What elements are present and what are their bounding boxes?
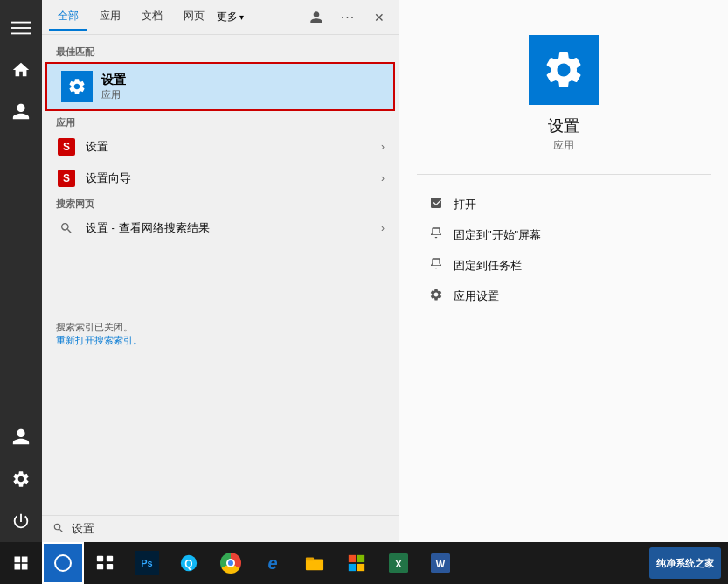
app-item-settings-label: 设置 [86, 139, 381, 155]
action-open[interactable]: 打开 [417, 189, 711, 219]
apps-section-label: 应用 [42, 113, 399, 131]
svg-rect-4 [107, 556, 113, 561]
search-notice-text: 搜索索引已关闭。 [56, 322, 133, 332]
best-match-subtitle: 应用 [101, 88, 126, 101]
svg-rect-14 [357, 564, 364, 571]
svg-rect-6 [107, 564, 113, 569]
svg-rect-5 [97, 564, 103, 569]
sidebar-user-icon[interactable] [0, 416, 42, 458]
web-section-label: 搜索网页 [42, 194, 399, 212]
app-item-settings-wizard[interactable]: S 设置向导 › [42, 163, 399, 194]
tab-docs[interactable]: 文档 [133, 3, 171, 31]
open-icon [427, 196, 445, 212]
store-button[interactable] [336, 542, 378, 584]
svg-rect-0 [11, 22, 31, 24]
app-settings-icon [427, 288, 445, 304]
sidebar-settings-icon[interactable] [0, 458, 42, 500]
cortana-circle [54, 554, 72, 572]
pin-start-icon [427, 226, 445, 243]
watermark-logo: 纯净系统之家 [649, 547, 721, 579]
svg-rect-1 [11, 27, 31, 29]
sidebar [0, 0, 42, 542]
action-pin-start-label: 固定到"开始"屏幕 [454, 227, 541, 243]
app-item-wizard-label: 设置向导 [86, 170, 381, 186]
right-panel-divider [417, 174, 711, 175]
search-web-icon [56, 218, 77, 239]
photoshop-button[interactable]: Ps [126, 542, 168, 584]
arrow-icon-2: › [381, 172, 385, 184]
right-panel-title: 设置 [548, 115, 579, 136]
person-tab-icon[interactable] [304, 5, 329, 30]
start-button[interactable] [0, 542, 42, 584]
task-view-button[interactable] [84, 542, 126, 584]
tab-apps[interactable]: 应用 [91, 3, 129, 31]
action-pin-taskbar-label: 固定到任务栏 [454, 258, 522, 274]
pin-taskbar-icon [427, 257, 445, 274]
svg-rect-13 [349, 564, 356, 571]
web-arrow-icon: › [381, 222, 385, 234]
svg-rect-2 [11, 33, 31, 35]
edge-button[interactable]: e [252, 542, 294, 584]
web-item-text: 设置 - 查看网络搜索结果 [86, 220, 381, 236]
right-panel-subtitle: 应用 [553, 138, 574, 153]
settings-icon-large [61, 71, 93, 102]
search-tabs: 全部 应用 文档 网页 更多 ▾ ··· ✕ [42, 0, 399, 35]
search-input-bar: 设置 [42, 515, 399, 542]
svg-text:W: W [436, 559, 446, 569]
tab-web[interactable]: 网页 [175, 3, 213, 31]
taskbar: Ps Q e X W 纯净系统之家 [0, 542, 728, 584]
right-panel: 设置 应用 打开 固定到"开始"屏幕 固定到任务栏 应用设置 [399, 0, 728, 542]
tab-more[interactable]: 更多 ▾ [217, 10, 244, 24]
action-pin-taskbar[interactable]: 固定到任务栏 [417, 250, 711, 281]
best-match-text: 设置 应用 [101, 73, 126, 101]
hamburger-icon[interactable] [0, 7, 42, 49]
home-icon[interactable] [0, 49, 42, 91]
search-notice: 搜索索引已关闭。 重新打开搜索索引。 [42, 314, 399, 351]
start-menu: 全部 应用 文档 网页 更多 ▾ ··· ✕ 最佳匹配 [0, 0, 728, 542]
explorer-button[interactable] [294, 542, 336, 584]
best-match-title: 设置 [101, 73, 126, 88]
taskbar-tray: 纯净系统之家 [649, 547, 728, 579]
search-notice-link[interactable]: 重新打开搜索索引。 [56, 335, 142, 345]
sohu-settings-icon: S [56, 136, 77, 157]
close-icon[interactable]: ✕ [367, 5, 392, 30]
best-match-item[interactable]: 设置 应用 [45, 62, 395, 111]
search-panel: 全部 应用 文档 网页 更多 ▾ ··· ✕ 最佳匹配 [42, 0, 399, 542]
svg-rect-12 [357, 555, 364, 562]
word-button[interactable]: W [419, 542, 461, 584]
svg-rect-11 [349, 555, 356, 562]
sohu-wizard-icon: S [56, 168, 77, 189]
action-open-label: 打开 [454, 197, 476, 212]
qq-browser-button[interactable]: Q [168, 542, 210, 584]
chrome-button[interactable] [210, 542, 252, 584]
search-results: 最佳匹配 设置 应用 应用 S 设置 › [42, 35, 399, 515]
watermark-text: 纯净系统之家 [656, 557, 714, 570]
web-search-item[interactable]: 设置 - 查看网络搜索结果 › [42, 212, 399, 244]
svg-rect-3 [97, 556, 103, 561]
action-pin-start[interactable]: 固定到"开始"屏幕 [417, 219, 711, 250]
search-input-value[interactable]: 设置 [72, 521, 94, 537]
best-match-label: 最佳匹配 [42, 42, 399, 60]
svg-rect-10 [306, 558, 314, 561]
arrow-icon: › [381, 141, 385, 153]
cortana-button[interactable] [42, 542, 84, 584]
tab-all[interactable]: 全部 [49, 3, 87, 31]
sidebar-power-icon[interactable] [0, 500, 42, 542]
right-panel-icon [529, 35, 599, 105]
ellipsis-icon[interactable]: ··· [336, 5, 360, 30]
search-input-icon [52, 522, 65, 537]
person-icon[interactable] [0, 91, 42, 133]
excel-button[interactable]: X [378, 542, 419, 584]
svg-text:X: X [395, 559, 402, 569]
app-item-settings[interactable]: S 设置 › [42, 131, 399, 163]
action-app-settings[interactable]: 应用设置 [417, 281, 711, 311]
action-app-settings-label: 应用设置 [454, 289, 499, 304]
svg-rect-9 [306, 559, 323, 570]
svg-text:Q: Q [184, 558, 192, 570]
